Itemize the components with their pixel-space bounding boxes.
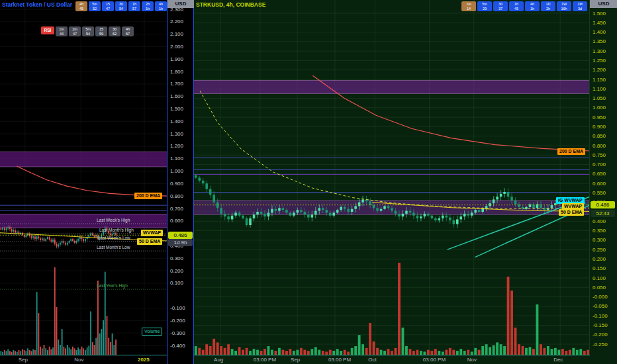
right-symbol-title: STRKUSD, 4h, COINBASE: [196, 1, 265, 8]
y-axis-tick: 0.350: [593, 228, 606, 234]
y-axis-tick: 1.200: [593, 67, 606, 73]
y-axis-tick: 0.900: [170, 181, 183, 187]
timeframe-button[interactable]: 5m54: [82, 26, 94, 36]
y-axis-tick: 1.050: [593, 95, 606, 101]
timeframe-button[interactable]: 1h45: [509, 1, 524, 11]
y-axis-tick: 0.100: [170, 280, 183, 286]
y-axis-tick: 1.800: [170, 69, 183, 75]
rsi-button[interactable]: RSI: [41, 26, 54, 34]
y-axis-tick: 0.700: [593, 161, 606, 167]
y-axis-tick: 1.500: [593, 11, 606, 17]
y-axis-tick: 0.900: [593, 124, 606, 130]
y-axis-tick: -0.200: [593, 332, 608, 338]
trading-workspace: Starknet Token / US Dollar 4h455m5215473…: [0, 0, 617, 364]
y-axis-tick: 0.250: [593, 247, 606, 253]
right-chart-time-axis[interactable]: Aug03:00 PMSep03:00 PMOct03:00 PMNovDec: [194, 355, 590, 364]
right-pane-header: STRKUSD, 4h, COINBASE: [196, 1, 267, 8]
time-axis-label: Oct: [368, 357, 376, 363]
timeframe-button[interactable]: 4h45: [75, 1, 87, 11]
y-axis-tick: -0.400: [170, 343, 185, 349]
y-axis-tick: 0.600: [593, 181, 606, 187]
y-axis-tick: -0.100: [170, 305, 185, 311]
y-axis-tick: 0.800: [593, 143, 606, 149]
left-price-axis[interactable]: USD 2.3002.2002.1002.0001.9001.8001.7001…: [167, 0, 194, 364]
timeframe-button[interactable]: 4h1h: [525, 1, 540, 11]
axis-countdown-tag: 52:43: [591, 210, 615, 217]
y-axis-tick: -0.250: [593, 341, 608, 347]
timeframe-button[interactable]: 5m52: [89, 1, 101, 11]
timeframe-button[interactable]: 1D2h: [541, 1, 555, 11]
timeframe-button[interactable]: 1547: [102, 1, 114, 11]
right-price-axis[interactable]: USD 1.5001.4501.4001.3501.3001.2501.2001…: [589, 0, 617, 364]
y-axis-tick: 0.400: [593, 218, 606, 224]
y-axis-tick: -0.000: [593, 294, 608, 300]
timeframe-button[interactable]: 1M3d: [573, 1, 587, 11]
right-chart-svg[interactable]: [194, 0, 590, 355]
current-price-tag: 0.486: [591, 201, 615, 208]
y-axis-tick: 1.150: [593, 77, 606, 83]
timeframe-button[interactable]: 1m14: [461, 1, 476, 11]
y-axis-tick: 2.000: [170, 44, 183, 50]
time-axis-label: Aug: [214, 357, 223, 363]
timeframe-button[interactable]: 2h1h: [142, 1, 154, 11]
time-axis-label: 2025: [138, 357, 150, 363]
left-chart-pane[interactable]: Starknet Token / US Dollar 4h455m5215473…: [0, 0, 167, 364]
time-axis-label: 03:00 PM: [254, 357, 276, 363]
y-axis-tick: 1.350: [593, 38, 606, 44]
y-axis-tick: 0.100: [593, 275, 606, 281]
y-axis-tick: 0.700: [170, 206, 183, 212]
timeframe-button[interactable]: 3054: [115, 1, 127, 11]
wvwap-label: WVWAP: [141, 230, 163, 236]
y-axis-tick: 1.600: [170, 93, 183, 99]
y-axis-tick: 1.100: [170, 156, 183, 161]
y-axis-tick: 1.400: [170, 118, 183, 124]
price-level-label: Last Month's Low: [97, 245, 130, 250]
right-chart-pane[interactable]: STRKUSD, 4h, COINBASE 1m145m2930371h454h…: [193, 0, 590, 364]
timeframe-button[interactable]: 1559: [95, 26, 107, 36]
y-axis-tick: 0.550: [593, 190, 606, 196]
left-chart-time-axis[interactable]: SepNov2025: [0, 355, 167, 364]
left-chart-svg[interactable]: [0, 0, 167, 355]
time-axis-label: Dec: [553, 357, 563, 363]
anchored-vwap-line[interactable]: [200, 91, 590, 208]
y-axis-tick: 1.250: [593, 58, 606, 64]
price-level-label: Last Week's High: [97, 218, 130, 222]
timeframe-button[interactable]: 1m44: [56, 26, 68, 36]
right-timeframe-toolbar: 1m145m2930371h454h1h1D2h1W16h1M3d: [461, 1, 587, 11]
timeframe-button[interactable]: 2m47: [69, 26, 81, 36]
y-axis-tick: -0.300: [170, 330, 185, 336]
timeframe-button[interactable]: 1W16h: [557, 1, 571, 11]
y-axis-tick: 0.800: [170, 193, 183, 199]
200-d-ema-label: 200 D EMA: [134, 193, 162, 199]
y-axis-tick: 1.000: [593, 105, 606, 111]
50-d-ema-label: 50 D EMA: [559, 209, 584, 216]
y-axis-tick: 0.850: [593, 133, 606, 139]
y-axis-tick: 1.300: [593, 48, 606, 54]
y-axis-tick: -0.100: [593, 313, 608, 319]
left-indicator-toolbar: RSI1m442m475m54155930624h67: [41, 26, 134, 36]
volume-label: Volume: [142, 328, 162, 336]
y-axis-tick: 1.000: [170, 168, 183, 174]
y-axis-tick: 1.900: [170, 56, 183, 62]
y-axis-tick: 0.650: [593, 171, 606, 177]
timeframe-button[interactable]: 1h57: [128, 1, 140, 11]
price-level-label: Last Week's Low: [98, 236, 130, 240]
y-axis-tick: 2.100: [170, 31, 183, 37]
timeframe-button[interactable]: 3037: [493, 1, 508, 11]
y-axis-tick: -0.150: [593, 322, 608, 328]
right-axis-currency-label[interactable]: USD: [590, 0, 617, 8]
50-d-ema-label: 50 D EMA: [137, 238, 162, 245]
left-timeframe-toolbar: 4h455m52154730541h572h1h4h1h1D16h: [75, 1, 167, 11]
timeframe-button[interactable]: 4h67: [122, 26, 134, 36]
y-axis-tick: 1.500: [170, 106, 183, 112]
timeframe-button[interactable]: 4h1h: [155, 1, 167, 11]
timeframe-button[interactable]: 5m29: [477, 1, 492, 11]
y-axis-tick: 1.100: [593, 86, 606, 92]
200-d-ema-label: 200 D EMA: [557, 148, 585, 155]
y-axis-tick: -0.050: [593, 303, 608, 309]
time-axis-label: Nov: [467, 357, 477, 363]
left-axis-currency-label[interactable]: USD: [167, 0, 194, 8]
y-axis-tick: 1.450: [593, 20, 606, 26]
current-price-tag: 0.486: [168, 232, 193, 239]
timeframe-button[interactable]: 3062: [109, 26, 120, 36]
